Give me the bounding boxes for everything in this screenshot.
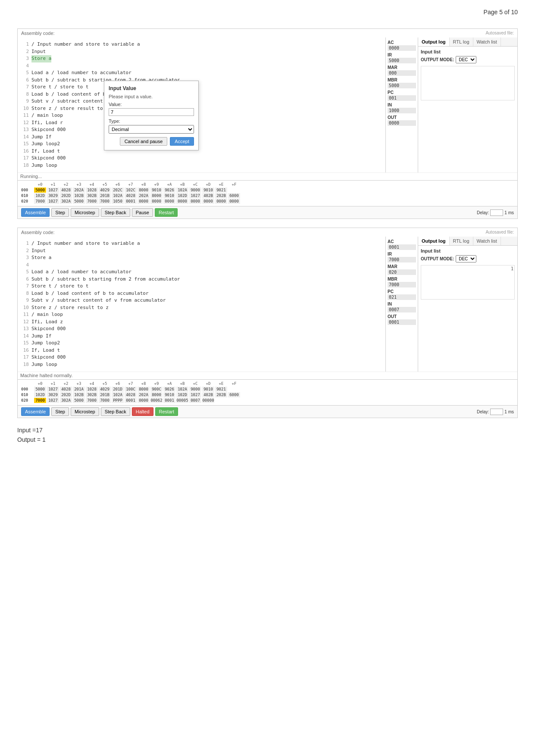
memory-cell: 202D <box>60 392 72 397</box>
line-number: 4 <box>21 262 29 269</box>
memory-col-header: +5 <box>99 381 111 386</box>
memory-cell: 0000 <box>176 199 188 204</box>
panel1-step-button[interactable]: Step <box>51 208 69 217</box>
panel1-code-area[interactable]: 1/ Input number and store to variable a2… <box>18 37 386 172</box>
memory-cell: 900C <box>150 387 163 392</box>
modal1-type-label: Type: <box>109 119 194 124</box>
memory-cell: 1028 <box>86 187 98 193</box>
memory-col-header: +6 <box>112 381 124 386</box>
line-number: 18 <box>21 361 29 369</box>
panel2-output-content: 1 <box>421 265 515 300</box>
memory-cell: 100C <box>125 387 137 392</box>
memory-header-row: +0+1+2+3+4+5+6+7+8+9+A+B+C+D+E+F <box>21 381 514 386</box>
line-number: 8 <box>21 91 29 98</box>
panel2-assemble-button[interactable]: Assemble <box>21 407 50 416</box>
panel2-memory: +0+1+2+3+4+5+6+7+8+9+A+B+C+D+E+F00050001… <box>18 379 517 405</box>
memory-cell: 0007 <box>189 398 201 403</box>
panel2-microstep-button[interactable]: Microstep <box>71 407 99 416</box>
panel2-delay-input[interactable] <box>490 409 503 415</box>
memory-cell: 202D <box>60 193 72 198</box>
memory-col-header: +F <box>228 182 240 187</box>
memory-col-header: +F <box>228 381 240 386</box>
code-line: 16If, Load t <box>21 148 382 155</box>
line-number: 6 <box>21 77 29 84</box>
panel1-pause-button[interactable]: Pause <box>132 208 153 217</box>
memory-cell: 302B <box>86 392 98 397</box>
tab-watch-list-1[interactable]: Watch list <box>473 37 501 46</box>
panel1-stepback-button[interactable]: Step Back <box>101 208 130 217</box>
line-text: Jump loop <box>31 361 57 369</box>
panel2-halted-button[interactable]: Halted <box>132 407 153 416</box>
reg2-IR: IR 7000 <box>388 252 416 262</box>
line-number: 7 <box>21 84 29 91</box>
code-line: 13Skipcond 000 <box>21 325 382 333</box>
line-text: Jump If <box>31 134 51 141</box>
panel1-restart-button[interactable]: Restart <box>155 208 178 217</box>
line-number: 5 <box>21 269 29 276</box>
panel1-output-mode-select[interactable]: DEC HEX BIN <box>456 56 476 63</box>
line-text: Skipcond 000 <box>31 126 66 134</box>
modal1-value-input[interactable] <box>109 108 194 116</box>
memory-cell: 102D <box>176 193 188 198</box>
reg2-PC-label: PC <box>388 289 394 294</box>
line-text: Load b / load content of b to accumulato… <box>31 290 149 297</box>
tab-watch-list-2[interactable]: Watch list <box>473 237 501 245</box>
memory-cell: 5000 <box>73 199 85 204</box>
memory-cell: 3029 <box>47 392 59 397</box>
panel2-step-button[interactable]: Step <box>51 407 69 416</box>
memory-cell: 0000 <box>138 199 150 204</box>
panel1-header: Assembly code: Autosaved file: <box>18 29 517 37</box>
modal1-accept-button[interactable]: Accept <box>170 137 194 146</box>
modal1-type-select[interactable]: Decimal Hexadecimal Binary <box>109 125 194 134</box>
reg2-IR-value: 7000 <box>388 257 416 262</box>
modal1-cancel-button[interactable]: Cancel and pause <box>120 137 168 146</box>
code-line: 1/ Input number and store to variable a <box>21 41 382 48</box>
line-text: Skipcond 000 <box>31 325 66 333</box>
panel1-code-lines: 1/ Input number and store to variable a2… <box>21 41 382 169</box>
panel2-restart-button[interactable]: Restart <box>155 407 178 416</box>
reg-IR-label: IR <box>388 53 392 57</box>
page-number: Page 5 of 10 <box>484 9 518 16</box>
tab-rtl-log-2[interactable]: RTL log <box>450 237 473 245</box>
reg2-OUT: OUT 0001 <box>388 314 416 325</box>
memory-cell: 102B <box>73 193 85 198</box>
panel2-stepback-button[interactable]: Step Back <box>101 407 130 416</box>
memory-cell: 7000 <box>99 199 111 204</box>
tab-output-log-1[interactable]: Output log <box>418 37 450 46</box>
memory-cell: 102A <box>176 387 188 392</box>
simulator-panel-2: Assembly code: Autosaved file: 1/ Input … <box>17 228 518 418</box>
panel2-output-mode-select[interactable]: DEC HEX BIN <box>456 255 476 262</box>
line-number: 10 <box>21 105 29 112</box>
memory-col-header: +8 <box>138 182 150 187</box>
reg-MBR-label: MBR <box>388 78 397 82</box>
line-number: 18 <box>21 162 29 169</box>
code-line: 14Jump If <box>21 134 382 141</box>
code-line: 11/ main loop <box>21 311 382 319</box>
memory-cell: 1050 <box>112 199 124 204</box>
line-text: Input <box>31 247 46 255</box>
modal1-title: Input Value <box>109 85 194 91</box>
panel1-microstep-button[interactable]: Microstep <box>71 208 99 217</box>
line-number: 3 <box>21 254 29 262</box>
tab-rtl-log-1[interactable]: RTL log <box>450 37 473 46</box>
modal1-value-label: Value: <box>109 102 194 107</box>
memory-cell: 1027 <box>47 187 59 193</box>
modal1-buttons: Cancel and pause Accept <box>109 137 194 146</box>
code-line: 18Jump loop <box>21 162 382 169</box>
memory-cell: 9026 <box>163 387 175 392</box>
line-number: 2 <box>21 48 29 56</box>
line-text: / main loop <box>31 311 63 319</box>
line-number: 12 <box>21 319 29 326</box>
reg-AC: AC 0000 <box>388 40 416 51</box>
reg2-PC-value: 021 <box>388 294 416 300</box>
panel1-delay-input[interactable] <box>490 209 503 216</box>
panel1-assemble-button[interactable]: Assemble <box>21 208 50 217</box>
simulator-panel-1: Assembly code: Autosaved file: 1/ Input … <box>17 28 518 219</box>
reg-AC-label: AC <box>388 40 394 45</box>
panel1-memory: +0+1+2+3+4+5+6+7+8+9+A+B+C+D+E+F00050001… <box>18 180 517 206</box>
tab-output-log-2[interactable]: Output log <box>418 237 450 245</box>
memory-cell: 1027 <box>47 398 59 403</box>
memory-row: 02070001027302A5000700070001050000100000… <box>21 199 514 204</box>
line-number: 4 <box>21 62 29 70</box>
panel2-code-area[interactable]: 1/ Input number and store to variable a2… <box>18 237 386 372</box>
